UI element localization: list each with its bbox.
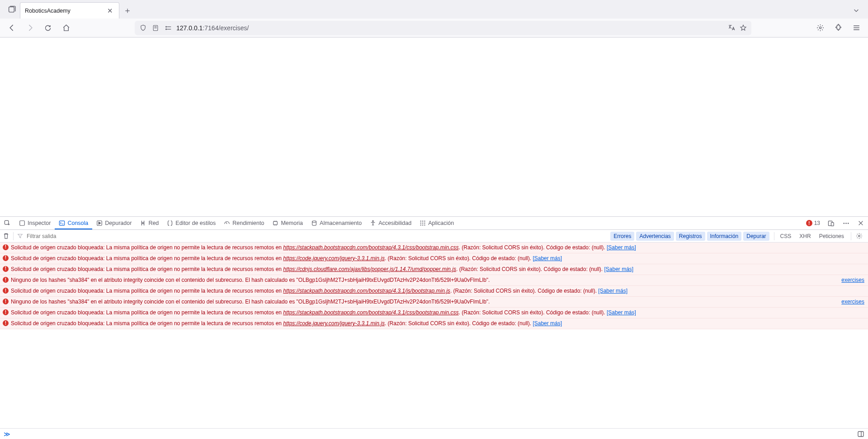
permissions-icon[interactable] (164, 23, 173, 33)
element-picker-icon[interactable] (0, 217, 15, 229)
tab-console[interactable]: Consola (55, 217, 92, 229)
app-menu-icon[interactable] (848, 21, 864, 35)
forward-button (22, 21, 38, 35)
filter-registros[interactable]: Registros (676, 232, 705, 241)
message-source: exercises (836, 298, 864, 306)
browser-tab[interactable]: RoboticsAcademy ✕ (20, 2, 119, 19)
tab-accessibility[interactable]: Accesibilidad (366, 217, 415, 229)
clear-console-icon[interactable] (3, 233, 9, 239)
source-link[interactable]: exercises (841, 277, 864, 283)
tab-style-editor[interactable]: Editor de estilos (163, 217, 220, 229)
console-error-row: !Solicitud de origen cruzado bloqueada: … (0, 253, 868, 264)
bookmark-icon[interactable] (739, 23, 748, 33)
svg-rect-6 (20, 221, 25, 226)
all-tabs-button[interactable] (848, 2, 864, 19)
filter-advertencias[interactable]: Advertencias (636, 232, 674, 241)
learn-more-link[interactable]: [Saber más] (533, 255, 562, 262)
svg-point-14 (425, 221, 425, 222)
message-source: exercises (836, 276, 864, 284)
tab-application[interactable]: Aplicación (415, 217, 458, 229)
filter-informacion[interactable]: Información (707, 232, 742, 241)
tab-network[interactable]: Red (136, 217, 163, 229)
message-body: Solicitud de origen cruzado bloqueada: L… (11, 266, 864, 273)
back-button[interactable] (4, 21, 20, 35)
reload-button[interactable] (40, 21, 56, 35)
resource-url-link[interactable]: https://stackpath.bootstrapcdn.com/boots… (283, 288, 450, 294)
svg-point-23 (844, 223, 845, 224)
source-link[interactable]: exercises (841, 299, 864, 305)
message-body: Solicitud de origen cruzado bloqueada: L… (11, 309, 864, 317)
split-console-icon[interactable] (857, 430, 864, 438)
tab-title: RoboticsAcademy (25, 8, 71, 14)
learn-more-link[interactable]: [Saber más] (607, 244, 636, 251)
svg-point-12 (420, 221, 421, 222)
svg-point-18 (420, 225, 421, 226)
console-output[interactable]: !Solicitud de origen cruzado bloqueada: … (0, 243, 868, 428)
console-error-row: !Solicitud de origen cruzado bloqueada: … (0, 243, 868, 253)
settings-gear-icon[interactable] (812, 21, 828, 35)
tab-storage[interactable]: Almacenamiento (307, 217, 366, 229)
resource-url-link[interactable]: https://code.jquery.com/jquery-3.3.1.min… (283, 255, 385, 262)
tab-inspector[interactable]: Inspector (15, 217, 55, 229)
home-button[interactable] (58, 21, 74, 35)
devtools-tabs: Inspector Consola Depurador Red Editor d… (0, 217, 868, 230)
page-info-icon[interactable] (151, 23, 160, 33)
console-error-row: !Ninguno de los hashes "sha384" en el at… (0, 275, 868, 286)
resource-url-link[interactable]: https://stackpath.bootstrapcdn.com/boots… (283, 244, 458, 251)
new-tab-button[interactable]: ＋ (119, 2, 136, 19)
tab-memory[interactable]: Memoria (268, 217, 307, 229)
error-icon: ! (3, 276, 11, 284)
filter-errores[interactable]: Errores (610, 232, 634, 241)
tab-performance[interactable]: Rendimiento (220, 217, 268, 229)
tab-strip: RoboticsAcademy ✕ ＋ (0, 0, 868, 19)
console-error-row: !Solicitud de origen cruzado bloqueada: … (0, 308, 868, 318)
console-settings-icon[interactable] (853, 233, 865, 239)
console-error-row: !Solicitud de origen cruzado bloqueada: … (0, 286, 868, 297)
devtools-close-icon[interactable] (854, 220, 868, 226)
console-error-row: !Ninguno de los hashes "sha384" en el at… (0, 297, 868, 308)
resource-url-link[interactable]: https://code.jquery.com/jquery-3.3.1.min… (283, 320, 385, 327)
message-body: Ninguno de los hashes "sha384" en el atr… (11, 298, 836, 306)
error-count-badge[interactable]: !13 (802, 220, 824, 226)
filter-peticiones[interactable]: Peticiones (816, 232, 847, 241)
console-input-bar[interactable]: ≫ (0, 428, 868, 439)
svg-rect-9 (274, 222, 278, 225)
svg-point-25 (848, 223, 849, 224)
svg-point-10 (312, 221, 316, 223)
responsive-mode-icon[interactable] (824, 220, 839, 227)
svg-point-16 (422, 223, 423, 224)
error-icon: ! (3, 309, 11, 317)
url-bar[interactable]: 127.0.0.1:7164/exercises/ (135, 21, 751, 35)
filter-depurar[interactable]: Depurar (743, 232, 769, 241)
error-icon: ! (3, 255, 11, 262)
message-body: Solicitud de origen cruzado bloqueada: L… (11, 244, 864, 252)
message-body: Solicitud de origen cruzado bloqueada: L… (11, 287, 864, 295)
svg-point-15 (420, 223, 421, 224)
translate-icon[interactable] (727, 23, 736, 33)
filter-input[interactable] (27, 233, 117, 239)
devtools-menu-icon[interactable] (839, 220, 854, 227)
shield-icon[interactable] (138, 23, 147, 33)
svg-point-13 (422, 221, 423, 222)
svg-rect-7 (60, 221, 65, 225)
url-text: 127.0.0.1:7164/exercises/ (176, 24, 249, 32)
extensions-icon[interactable] (830, 21, 846, 35)
svg-point-2 (165, 26, 166, 27)
learn-more-link[interactable]: [Saber más] (607, 309, 636, 316)
filter-xhr[interactable]: XHR (796, 232, 814, 241)
learn-more-link[interactable]: [Saber más] (604, 266, 633, 272)
svg-point-20 (425, 225, 425, 226)
page-content-blank (0, 37, 868, 216)
svg-rect-27 (858, 431, 863, 436)
resource-url-link[interactable]: https://cdnjs.cloudflare.com/ajax/libs/p… (283, 266, 456, 272)
svg-point-17 (425, 223, 425, 224)
close-tab-icon[interactable]: ✕ (105, 6, 114, 15)
recent-windows-icon[interactable] (4, 0, 20, 19)
learn-more-link[interactable]: [Saber más] (533, 320, 562, 327)
tab-debugger[interactable]: Depurador (92, 217, 136, 229)
resource-url-link[interactable]: https://stackpath.bootstrapcdn.com/boots… (283, 309, 458, 316)
learn-more-link[interactable]: [Saber más] (598, 288, 627, 294)
filter-css[interactable]: CSS (777, 232, 795, 241)
svg-point-26 (859, 235, 860, 237)
error-icon: ! (3, 244, 11, 252)
